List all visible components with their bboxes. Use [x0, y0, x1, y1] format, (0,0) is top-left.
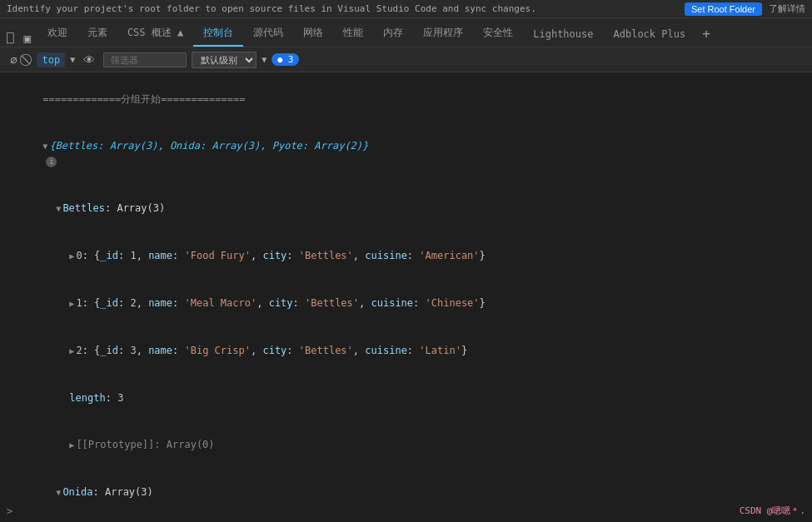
tab-console[interactable]: 控制台	[193, 21, 243, 47]
console-output: =============分组开始============== {Bettles…	[0, 72, 812, 522]
watermark: CSDN @嗯嗯＊.	[740, 505, 805, 517]
dock-icon[interactable]: ⎕	[3, 30, 17, 47]
tab-add-button[interactable]: +	[695, 21, 717, 47]
learn-more-link[interactable]: 了解详情	[769, 2, 805, 15]
group-header-1[interactable]: {Bettles: Array(3), Onida: Array(3), Pyo…	[0, 122, 812, 185]
tab-security[interactable]: 安全性	[473, 21, 523, 47]
tab-performance[interactable]: 性能	[333, 21, 373, 47]
bettles-0[interactable]: 0: {_id: 1, name: 'Food Fury', city: 'Be…	[0, 232, 812, 280]
eye-icon[interactable]: 👁	[80, 52, 98, 68]
tab-memory[interactable]: 内存	[373, 21, 413, 47]
message-count-badge: ● 3	[271, 53, 299, 66]
tab-lighthouse[interactable]: Lighthouse	[523, 23, 603, 47]
prompt-symbol: >	[7, 505, 12, 517]
console-prompt[interactable]: >	[7, 505, 12, 517]
tab-elements[interactable]: 元素	[77, 21, 117, 47]
set-root-button[interactable]: Set Root Folder	[685, 2, 762, 16]
tab-application[interactable]: 应用程序	[413, 21, 473, 47]
bettles-length: length: 3	[0, 375, 812, 421]
tab-network[interactable]: 网络	[293, 21, 333, 47]
separator-start: =============分组开始==============	[0, 76, 812, 122]
bettles-2[interactable]: 2: {_id: 3, name: 'Big Crisp', city: 'Be…	[0, 327, 812, 375]
console-toolbar: ∅ ⃠ top ▼ 👁 默认级别 ▼ ● 3	[0, 47, 812, 72]
level-dropdown-arrow: ▼	[262, 55, 267, 64]
info-icon-1[interactable]: i	[46, 157, 57, 167]
detach-icon[interactable]: ▣	[20, 30, 33, 47]
notification-bar: Identify your project's root folder to o…	[0, 0, 812, 18]
context-dropdown-arrow[interactable]: ▼	[70, 55, 75, 64]
filter-icon[interactable]: ⃠	[25, 51, 32, 68]
clear-console-icon[interactable]: ∅	[7, 52, 20, 68]
notification-text: Identify your project's root folder to o…	[7, 3, 685, 14]
filter-input[interactable]	[103, 52, 187, 67]
context-selector[interactable]: top	[37, 52, 65, 67]
tab-css[interactable]: CSS 概述 ▲	[117, 21, 193, 47]
tab-adblock[interactable]: Adblock Plus	[603, 23, 695, 47]
onida-0[interactable]: 0: {_id: 4, name: 'The Wrap', city: 'Oni…	[0, 516, 812, 522]
tab-sources[interactable]: 源代码	[243, 21, 293, 47]
tab-welcome[interactable]: 欢迎	[37, 21, 77, 47]
tab-bar: ⎕ ▣ 欢迎 元素 CSS 概述 ▲ 控制台 源代码 网络 性能 内存 应用程序…	[0, 18, 812, 47]
bettles-1[interactable]: 1: {_id: 2, name: 'Meal Macro', city: 'B…	[0, 280, 812, 327]
onida-group[interactable]: Onida: Array(3)	[0, 469, 812, 516]
bettles-prototype[interactable]: [[Prototype]]: Array(0)	[0, 421, 812, 469]
bettles-group[interactable]: Bettles: Array(3)	[0, 185, 812, 232]
log-level-select[interactable]: 默认级别	[192, 52, 257, 68]
